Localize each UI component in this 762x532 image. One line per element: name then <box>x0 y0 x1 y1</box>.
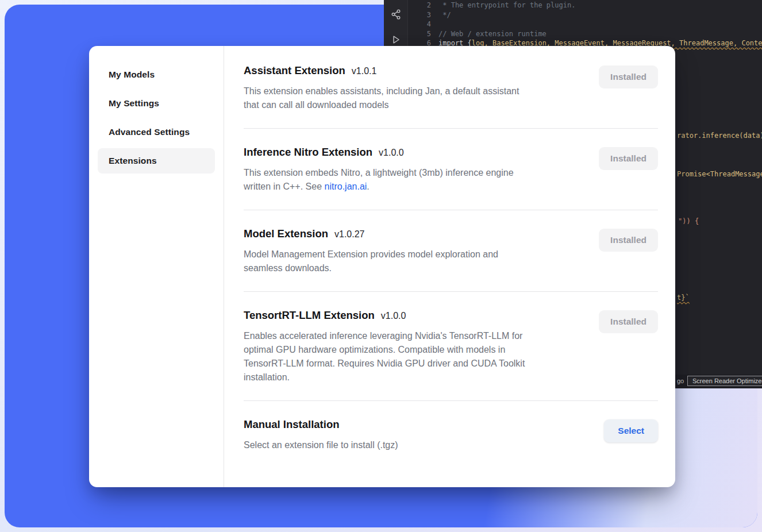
code-fragment: Promise<ThreadMessage> <box>677 170 762 178</box>
extension-info: Manual Installation Select an extension … <box>244 418 595 452</box>
installed-button[interactable]: Installed <box>599 147 658 170</box>
extension-info: Inference Nitro Extension v1.0.0 This ex… <box>244 146 590 194</box>
code-line: 2 * The entrypoint for the plugin. <box>411 1 762 10</box>
line-number: 3 <box>411 10 431 20</box>
extension-name: Manual Installation <box>244 418 340 431</box>
sidebar-item-my-models[interactable]: My Models <box>98 62 215 87</box>
extension-title-line: Inference Nitro Extension v1.0.0 <box>244 146 590 159</box>
extension-description: Model Management Extension provides mode… <box>244 248 590 275</box>
extension-version: v1.0.27 <box>334 229 364 240</box>
extension-version: v1.0.0 <box>381 311 406 321</box>
sidebar-item-my-settings[interactable]: My Settings <box>98 91 215 116</box>
settings-sidebar: My Models My Settings Advanced Settings … <box>89 46 224 487</box>
installed-button[interactable]: Installed <box>599 65 658 88</box>
extension-description: This extension embeds Nitro, a lightweig… <box>244 166 590 194</box>
extension-description: Enables accelerated inference leveraging… <box>244 329 590 384</box>
extension-name: Inference Nitro Extension <box>244 146 372 159</box>
code-fragment: ")) { <box>678 217 699 225</box>
description-line: written in C++. See <box>244 182 325 191</box>
code-line: 4 <box>411 20 762 29</box>
extension-name: TensortRT-LLM Extension <box>244 309 375 322</box>
select-button[interactable]: Select <box>604 419 658 442</box>
extension-description: This extension enables assistants, inclu… <box>244 84 590 112</box>
extensions-panel: Assistant Extension v1.0.1 This extensio… <box>224 46 675 487</box>
extension-name: Assistant Extension <box>244 64 345 77</box>
extension-info: Assistant Extension v1.0.1 This extensio… <box>244 64 590 112</box>
extension-row-assistant: Assistant Extension v1.0.1 This extensio… <box>244 46 658 129</box>
installed-button[interactable]: Installed <box>599 310 658 333</box>
run-icon <box>391 34 401 45</box>
code-fragment: t}` <box>677 294 690 302</box>
extension-name: Model Extension <box>244 228 328 240</box>
code-line: 5 // Web / extension runtime <box>411 29 762 39</box>
sidebar-item-extensions[interactable]: Extensions <box>98 148 215 174</box>
share-icon <box>391 9 401 20</box>
description-line: This extension embeds Nitro, a lightweig… <box>244 166 590 180</box>
line-number: 5 <box>411 29 431 39</box>
screen-reader-notice: Screen Reader Optimized <box>687 376 762 386</box>
nitro-link[interactable]: nitro.jan.ai <box>325 182 367 191</box>
extension-version: v1.0.0 <box>379 148 404 158</box>
code-area: 2 * The entrypoint for the plugin. 3 */ … <box>411 1 762 48</box>
status-bar-text: go <box>677 377 684 384</box>
extension-info: TensortRT-LLM Extension v1.0.0 Enables a… <box>244 309 590 384</box>
code-text: * The entrypoint for the plugin. <box>438 1 575 10</box>
extension-title-line: Manual Installation <box>244 418 595 431</box>
extension-row-tensorrt: TensortRT-LLM Extension v1.0.0 Enables a… <box>244 292 658 401</box>
extension-title-line: Assistant Extension v1.0.1 <box>244 64 590 77</box>
code-line: 3 */ <box>411 10 762 20</box>
extension-description: Select an extension file to install (.tg… <box>244 438 595 452</box>
extension-row-model: Model Extension v1.0.27 Model Management… <box>244 210 658 292</box>
description-suffix: . <box>367 182 369 191</box>
line-number: 4 <box>411 20 431 29</box>
settings-modal: My Models My Settings Advanced Settings … <box>89 46 675 487</box>
extension-version: v1.0.1 <box>352 66 377 76</box>
code-text: // Web / extension runtime <box>438 29 547 39</box>
extension-row-manual-installation: Manual Installation Select an extension … <box>244 401 658 468</box>
extension-title-line: Model Extension v1.0.27 <box>244 228 590 240</box>
code-text: */ <box>438 10 451 20</box>
extension-info: Model Extension v1.0.27 Model Management… <box>244 228 590 275</box>
installed-button[interactable]: Installed <box>599 229 658 252</box>
sidebar-item-advanced-settings[interactable]: Advanced Settings <box>98 119 215 145</box>
extension-title-line: TensortRT-LLM Extension v1.0.0 <box>244 309 590 322</box>
line-number: 2 <box>411 1 431 10</box>
code-fragment: rator.inference(data)); <box>677 132 762 140</box>
extension-row-nitro: Inference Nitro Extension v1.0.0 This ex… <box>244 129 658 210</box>
